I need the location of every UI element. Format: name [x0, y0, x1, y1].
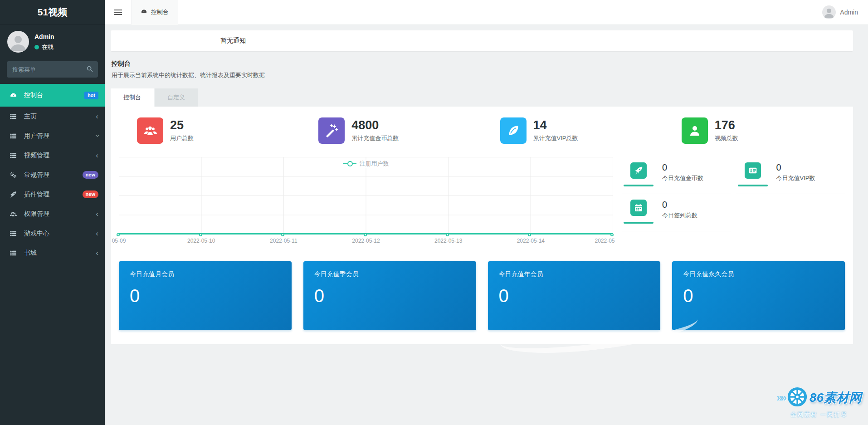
sidebar-item-plugin-management[interactable]: 插件管理 new — [0, 185, 105, 204]
notice-bar: 暂无通知 — [111, 30, 853, 51]
sidebar-item-label: 插件管理 — [24, 191, 83, 199]
avatar — [7, 31, 29, 53]
watermark-subtitle: 全网素材 一网打尽 — [790, 410, 848, 419]
sidebar-menu: 控制台 hot 主页 ‹ 用户管理 ‹ 视频管理 ‹ — [0, 84, 105, 263]
sidebar-item-label: 主页 — [24, 112, 96, 121]
vip-card-title: 今日充值季会员 — [314, 270, 465, 278]
vip-cards-row: 今日充值月会员 0 今日充值季会员 0 今日充值年会员 0 今日充值永久会员 0 — [119, 261, 845, 330]
sidebar-item-label: 书城 — [24, 249, 96, 257]
x-tick-label: 2022-05-12 — [352, 238, 380, 244]
chart-legend-label: 注册用户数 — [360, 160, 389, 168]
calendar-icon — [630, 200, 647, 216]
app-title: 51视频 — [0, 0, 105, 25]
chart-and-today-stats: 注册用户数 05-09 2022-05-10 20 — [119, 154, 845, 249]
card-permanent-vip: 今日充值永久会员 0 — [672, 261, 845, 330]
user-icon — [682, 117, 708, 144]
today-stat-value: 0 — [662, 162, 703, 172]
vip-card-title: 今日充值月会员 — [130, 270, 281, 278]
topbar-tab-dashboard[interactable]: 控制台 — [131, 0, 178, 25]
sidebar-item-game-center[interactable]: 游戏中心 ‹ — [0, 224, 105, 243]
online-status-dot — [34, 45, 39, 49]
card-quarterly-vip: 今日充值季会员 0 — [303, 261, 476, 330]
vip-card-value: 0 — [314, 286, 465, 306]
stat-value: 25 — [170, 119, 194, 132]
rocket-icon — [10, 191, 20, 198]
watermark-arrows: »» — [776, 391, 785, 404]
line-marker-icon — [343, 163, 356, 164]
new-badge: new — [83, 191, 98, 198]
chart-legend[interactable]: 注册用户数 — [341, 160, 391, 168]
main-area: 控制台 Admin 暂无通知 控制台 用于展示当前系统中的统计数据、统计报表及重… — [105, 0, 868, 425]
x-tick-label: 2022-05 — [595, 238, 614, 244]
stat-value: 14 — [533, 119, 578, 132]
sidebar: 51视频 Admin 在线 控制台 hot — [0, 0, 105, 425]
user-group-icon — [137, 117, 163, 144]
chart-data-point — [446, 233, 449, 236]
chevron-down-icon: ‹ — [93, 135, 101, 137]
site-watermark: »» 86素材网 全网素材 一网打尽 — [776, 386, 862, 419]
chart-plot-area: 注册用户数 — [119, 157, 613, 234]
page-subtitle: 用于展示当前系统中的统计数据、统计报表及重要实时数据 — [112, 71, 852, 79]
chevron-left-icon: ‹ — [96, 210, 98, 218]
stat-label: 视频总数 — [715, 134, 738, 142]
vip-card-value: 0 — [683, 286, 834, 306]
x-tick-label: 2022-05-13 — [434, 238, 462, 244]
tab-custom[interactable]: 自定义 — [155, 88, 198, 107]
list-icon — [10, 132, 20, 140]
page-title: 控制台 — [112, 60, 852, 68]
watermark-title: 86素材网 — [809, 389, 862, 406]
gears-icon — [10, 171, 20, 179]
sidebar-item-label: 权限管理 — [24, 210, 96, 218]
search-icon[interactable] — [85, 65, 94, 74]
gauge-icon — [10, 92, 20, 99]
sidebar-item-dashboard[interactable]: 控制台 hot — [0, 84, 105, 107]
stat-label: 累计充值金币总数 — [351, 134, 399, 142]
sidebar-item-book-city[interactable]: 书城 ‹ — [0, 243, 105, 263]
stats-row: 25 用户总数 4800 累计充值金币总数 — [119, 107, 845, 154]
magic-wand-icon — [318, 117, 345, 144]
user-name: Admin — [34, 33, 54, 40]
notice-text: 暂无通知 — [220, 37, 246, 45]
registered-users-chart: 注册用户数 05-09 2022-05-10 20 — [119, 157, 613, 249]
dashboard-panel: 25 用户总数 4800 累计充值金币总数 — [111, 107, 853, 344]
card-yearly-vip: 今日充值年会员 0 — [488, 261, 661, 330]
sidebar-item-label: 视频管理 — [24, 151, 96, 160]
search-input[interactable] — [7, 61, 98, 78]
chart-x-axis: 05-09 2022-05-10 2022-05-11 2022-05-12 2… — [119, 238, 613, 249]
stat-total-vip: 14 累计充值VIP总数 — [482, 117, 663, 144]
x-tick-label: 2022-05-11 — [270, 238, 297, 244]
sidebar-item-user-management[interactable]: 用户管理 ‹ — [0, 126, 105, 146]
today-stat-label: 今日签到总数 — [662, 211, 697, 220]
today-vip-recharge: 0 今日充值VIP数 — [736, 157, 845, 194]
id-card-icon — [745, 162, 761, 179]
vip-card-title: 今日充值年会员 — [499, 270, 650, 278]
sidebar-item-home[interactable]: 主页 ‹ — [0, 107, 105, 126]
list-icon — [10, 152, 20, 159]
topbar-user-name: Admin — [840, 9, 858, 16]
sidebar-item-general-management[interactable]: 常规管理 new — [0, 165, 105, 185]
sidebar-search — [7, 61, 98, 78]
leaf-icon — [500, 117, 527, 144]
gauge-icon — [141, 8, 147, 16]
x-tick-label: 05-09 — [112, 238, 126, 244]
hamburger-menu-icon[interactable] — [105, 0, 131, 25]
topbar-user-menu[interactable]: Admin — [812, 5, 868, 19]
teal-underline — [738, 185, 768, 186]
list-icon — [10, 230, 20, 237]
sidebar-item-video-management[interactable]: 视频管理 ‹ — [0, 146, 105, 165]
chart-data-point — [610, 233, 614, 236]
sidebar-user-panel[interactable]: Admin 在线 — [0, 25, 105, 58]
sidebar-item-permission-management[interactable]: 权限管理 ‹ — [0, 204, 105, 224]
stat-total-videos: 176 视频总数 — [663, 117, 845, 144]
stat-total-users: 25 用户总数 — [119, 117, 300, 144]
chart-data-point — [117, 233, 120, 236]
sidebar-item-label: 用户管理 — [24, 132, 96, 140]
x-tick-label: 2022-05-10 — [187, 238, 215, 244]
vip-card-value: 0 — [499, 286, 650, 306]
tab-dashboard[interactable]: 控制台 — [111, 88, 154, 107]
hot-badge: hot — [84, 92, 98, 99]
panel-tabs: 控制台 自定义 — [111, 88, 853, 107]
stat-label: 用户总数 — [170, 134, 194, 142]
chevron-left-icon: ‹ — [96, 230, 98, 237]
vip-card-value: 0 — [130, 286, 281, 306]
